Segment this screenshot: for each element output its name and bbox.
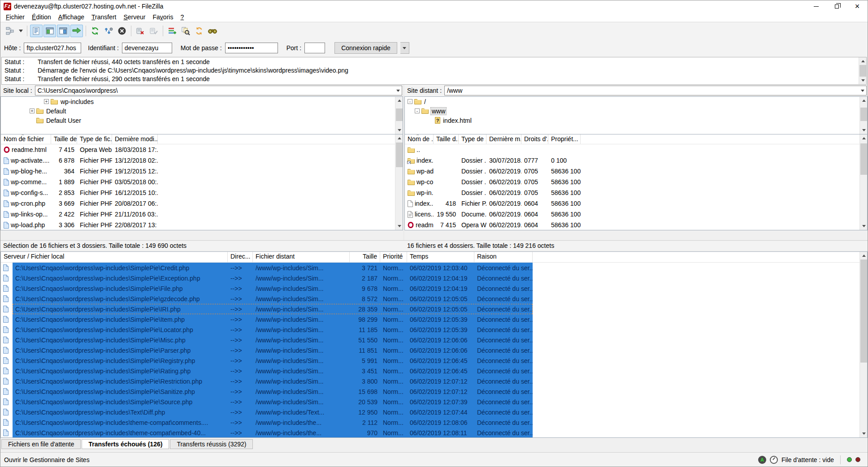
local-list-scrollbar[interactable] [395, 134, 403, 230]
remote-column-header[interactable]: Taille d... [434, 134, 459, 144]
table-row[interactable]: licens...19 550Docume...06/02/2019...060… [405, 209, 867, 220]
menu-affichage[interactable]: Affichage [55, 13, 88, 22]
queue-row[interactable]: C:\Users\Cnqaos\wordpress\wp-includes\th… [1, 428, 867, 438]
queue-row[interactable]: C:\Users\Cnqaos\wordpress\wp-includes\Si… [1, 314, 867, 324]
directory-filters-icon[interactable] [166, 25, 178, 37]
close-button[interactable]: × [847, 0, 868, 12]
tree-expander-icon[interactable]: + [30, 108, 35, 113]
toggle-local-tree-icon[interactable] [43, 25, 56, 37]
cancel-icon[interactable] [116, 25, 128, 37]
menu-?[interactable]: ? [177, 13, 187, 22]
local-tree-scrollbar[interactable] [395, 97, 403, 134]
table-row[interactable]: readm...7 415Opera W...06/02/2019...0604… [405, 220, 867, 230]
table-row[interactable]: readme.html7 415Opera Web ...18/03/2018 … [1, 144, 403, 155]
queue-row[interactable]: C:\Users\Cnqaos\wordpress\wp-includes\Si… [1, 386, 867, 397]
remote-column-header[interactable]: Dernière m... [486, 134, 521, 144]
queue-row[interactable]: C:\Users\Cnqaos\wordpress\wp-includes\Si… [1, 283, 867, 294]
table-row[interactable]: wp-config-s...2 853Fichier PHP16/12/2015… [1, 187, 403, 198]
queue-row[interactable]: C:\Users\Cnqaos\wordpress\wp-includes\Si… [1, 304, 867, 314]
table-row[interactable]: wp-links-op...2 422Fichier PHP21/11/2016… [1, 209, 403, 220]
chevron-down-icon[interactable] [394, 86, 402, 95]
username-input[interactable] [122, 43, 172, 53]
find-files-icon[interactable] [206, 25, 219, 37]
table-row[interactable]: .. [405, 144, 867, 155]
local-tree-item[interactable]: +wp-includes [1, 97, 403, 106]
quickconnect-dropdown[interactable] [400, 42, 409, 54]
chevron-down-icon[interactable] [859, 86, 866, 95]
queue-row[interactable]: C:\Users\Cnqaos\wordpress\wp-includes\Si… [1, 273, 867, 283]
tree-expander-icon[interactable]: - [415, 108, 420, 113]
table-row[interactable]: wp-blog-he...364Fichier PHP19/12/2015 12… [1, 166, 403, 177]
reconnect-icon[interactable] [148, 25, 160, 37]
table-row[interactable]: index....418Fichier P...06/02/2019...060… [405, 198, 867, 209]
local-column-header[interactable]: Dernière modi... [112, 134, 158, 144]
toggle-remote-tree-icon[interactable] [57, 25, 69, 37]
remote-tree-item[interactable]: -www [405, 106, 867, 116]
tree-expander-icon[interactable]: - [408, 99, 412, 104]
queue-scrollbar[interactable] [859, 252, 867, 437]
remote-column-header[interactable]: Droits d'... [521, 134, 548, 144]
host-input[interactable] [24, 43, 81, 53]
speed-limits-icon[interactable] [770, 456, 778, 464]
menu-dition[interactable]: Édition [28, 13, 55, 22]
quickconnect-button[interactable]: Connexion rapide [334, 42, 397, 54]
table-row[interactable]: wp-cron.php3 669Fichier PHP20/08/2017 06… [1, 198, 403, 209]
refresh-icon[interactable] [89, 25, 101, 37]
remote-tree-scrollbar[interactable] [859, 97, 867, 134]
remote-path-combo[interactable]: /www [444, 86, 867, 95]
tree-expander-icon[interactable]: + [44, 99, 49, 104]
remote-column-header[interactable]: ^Nom de ... [405, 134, 434, 144]
queue-row[interactable]: C:\Users\Cnqaos\wordpress\wp-includes\Si… [1, 263, 867, 273]
queue-row[interactable]: C:\Users\Cnqaos\wordpress\wp-includes\Si… [1, 355, 867, 366]
toggle-message-log-icon[interactable] [30, 25, 43, 37]
table-row[interactable]: wp-ad...Dossier ...06/02/2019...07055863… [405, 166, 867, 177]
queue-row[interactable]: C:\Users\Cnqaos\wordpress\wp-includes\th… [1, 417, 867, 428]
local-column-header[interactable]: ^Nom de fichier [1, 134, 51, 144]
table-row[interactable]: wp-load.php3 306Fichier PHP22/08/2017 13… [1, 220, 403, 230]
queue-row[interactable]: C:\Users\Cnqaos\wordpress\wp-includes\Si… [1, 366, 867, 376]
tab-files-queued[interactable]: Fichiers en file d'attente [1, 439, 81, 449]
table-row[interactable]: wp-comme...1 889Fichier PHP03/05/2018 00… [1, 177, 403, 187]
restore-button[interactable] [826, 0, 847, 12]
local-tree-item[interactable]: Default User [1, 116, 403, 125]
tab-successful-transfers[interactable]: Transferts réussis (3292) [170, 439, 253, 449]
menu-serveur[interactable]: Serveur [120, 13, 149, 22]
remote-list-scrollbar[interactable] [859, 134, 867, 230]
queue-row[interactable]: C:\Users\Cnqaos\wordpress\wp-includes\Si… [1, 335, 867, 345]
queue-column-header[interactable]: Priorité [380, 252, 407, 262]
autoupdate-gear-icon[interactable]: A [758, 456, 766, 464]
log-scrollbar[interactable] [859, 57, 866, 84]
queue-row[interactable]: C:\Users\Cnqaos\wordpress\wp-includes\Si… [1, 345, 867, 355]
menu-favoris[interactable]: Favoris [149, 13, 177, 22]
queue-row[interactable]: C:\Users\Cnqaos\wordpress\wp-includes\Si… [1, 397, 867, 407]
table-row[interactable]: ↗index....Dossier ...30/07/2018...07770 … [405, 155, 867, 166]
site-manager-dropdown-icon[interactable] [17, 25, 24, 37]
toggle-transfer-queue-icon[interactable] [70, 25, 83, 37]
remote-column-header[interactable]: Propriét... [548, 134, 581, 144]
site-manager-icon[interactable] [4, 25, 16, 37]
local-column-header[interactable]: Type de fic... [77, 134, 112, 144]
directory-comparison-icon[interactable] [179, 25, 192, 37]
local-tree-item[interactable]: +Default [1, 106, 403, 116]
synchronized-browsing-icon[interactable] [193, 25, 205, 37]
queue-column-header[interactable]: Fichier distant [253, 252, 350, 262]
tab-failed-transfers[interactable]: Transferts échoués (126) [82, 439, 169, 449]
port-input[interactable] [304, 43, 325, 53]
table-row[interactable]: wp-co...Dossier ...06/02/2019...07055863… [405, 177, 867, 187]
remote-tree-item[interactable]: -/ [405, 97, 867, 106]
table-row[interactable]: wp-activate....6 878Fichier PHP13/12/201… [1, 155, 403, 166]
local-column-header[interactable]: Taille de ... [51, 134, 77, 144]
queue-row[interactable]: C:\Users\Cnqaos\wordpress\wp-includes\Te… [1, 407, 867, 417]
queue-column-header[interactable]: Raison [474, 252, 533, 262]
minimize-button[interactable] [806, 0, 826, 12]
menu-transfert[interactable]: Transfert [88, 13, 120, 22]
remote-tree-item[interactable]: ?index.html [405, 116, 867, 125]
queue-column-header[interactable]: Direc... [228, 252, 253, 262]
queue-row[interactable]: C:\Users\Cnqaos\wordpress\wp-includes\Si… [1, 324, 867, 335]
password-input[interactable] [225, 43, 278, 53]
process-queue-icon[interactable] [102, 25, 115, 37]
remote-column-header[interactable]: Type de ... [459, 134, 486, 144]
queue-column-header[interactable]: Taille [350, 252, 380, 262]
table-row[interactable]: wp-in...Dossier ...06/02/2019...07055863… [405, 187, 867, 198]
queue-row[interactable]: C:\Users\Cnqaos\wordpress\wp-includes\Si… [1, 294, 867, 304]
